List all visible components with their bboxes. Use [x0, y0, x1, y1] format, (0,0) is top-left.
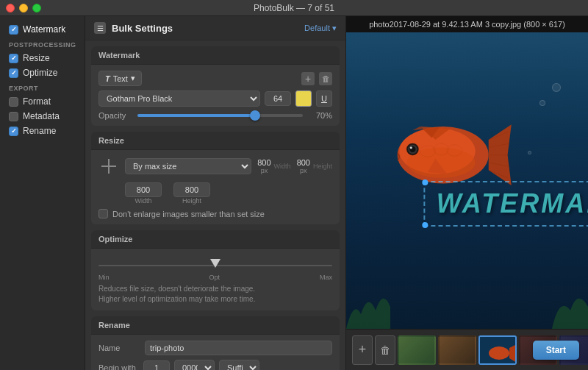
width-input[interactable]	[125, 182, 162, 197]
resize-section-body: By max size 800 px Width 800	[91, 150, 340, 224]
sidebar-item-format[interactable]: Format	[0, 94, 85, 109]
optimize-max-label: Max	[320, 274, 332, 281]
rename-name-row: Name	[98, 341, 332, 355]
watermark-type-button[interactable]: T Text ▾	[98, 71, 142, 86]
sidebar-section-postprocessing: POSTPROCESSING	[0, 37, 85, 51]
watermark-checkbox[interactable]	[9, 25, 18, 35]
start-button[interactable]: Start	[533, 341, 579, 360]
rename-section-body: Name Begin with 0000 Suffix	[91, 335, 340, 370]
watermark-type-row: T Text ▾ + 🗑	[98, 71, 332, 86]
resize-type-select[interactable]: By max size	[125, 158, 251, 174]
resize-height-group: 800 px Height	[297, 158, 332, 174]
watermark-type-label: Text	[113, 74, 128, 83]
width-label-group: 800 px	[257, 158, 270, 174]
bulk-settings-icon: ☰	[94, 22, 106, 34]
height-input-group: Height	[173, 182, 210, 204]
sidebar-item-rename-label: Rename	[23, 126, 56, 136]
resize-cross-icon	[98, 156, 119, 177]
height-label-group: 800 px	[297, 158, 310, 174]
active-thumb-fish	[480, 337, 517, 365]
underline-button[interactable]: U	[316, 90, 332, 107]
traffic-lights	[6, 4, 41, 13]
delete-image-button[interactable]: 🗑	[375, 335, 395, 365]
metadata-checkbox[interactable]	[9, 112, 18, 121]
close-button[interactable]	[6, 4, 15, 13]
sidebar-item-metadata[interactable]: Metadata	[0, 109, 85, 124]
width-unit: px	[261, 167, 268, 174]
height-unit-label: Height	[182, 197, 201, 204]
sidebar-item-format-label: Format	[23, 96, 51, 107]
opacity-slider[interactable]	[137, 114, 303, 117]
image-preview: photo2017-08-29 at 9.42.13 AM 3 copy.jpg…	[346, 16, 588, 370]
opacity-thumb[interactable]	[250, 110, 260, 121]
rename-name-input[interactable]	[145, 341, 332, 355]
format-checkbox[interactable]	[9, 97, 18, 107]
height-label: Height	[313, 163, 332, 170]
resize-checkbox[interactable]	[9, 54, 18, 63]
settings-panel: ☰ Bulk Settings Default ▾ Watermark T Te…	[85, 16, 346, 370]
thumbnail-strip: + 🗑 Start	[346, 329, 588, 370]
wm-handle-bl[interactable]	[422, 222, 428, 228]
sidebar-item-watermark[interactable]: Watermark	[0, 22, 85, 37]
dont-enlarge-checkbox[interactable]	[98, 209, 108, 218]
optimize-description: Reduces file size, doesn't deteriorate t…	[98, 284, 332, 305]
svg-point-10	[410, 146, 412, 149]
thumbnail-1[interactable]	[398, 335, 436, 365]
rename-checkbox[interactable]	[9, 127, 18, 136]
optimize-track[interactable]	[98, 257, 332, 272]
optimize-desc-line2: Higher level of optimization may take mo…	[98, 294, 332, 305]
sidebar-item-rename[interactable]: Rename	[0, 124, 85, 138]
sidebar-item-resize[interactable]: Resize	[0, 51, 85, 65]
watermark-add-button[interactable]: +	[301, 72, 315, 85]
optimize-section: Optimize Min Opt Max Reduces fil	[91, 230, 340, 310]
watermark-section-body: T Text ▾ + 🗑 Gotham Pro Black U	[91, 65, 340, 126]
optimize-desc-line1: Reduces file size, doesn't deteriorate t…	[98, 284, 332, 294]
optimize-min-label: Min	[98, 274, 110, 281]
begin-number-input[interactable]	[143, 360, 170, 370]
begin-suffix-select[interactable]: Suffix	[219, 360, 259, 370]
text-type-icon: T	[105, 74, 110, 83]
chevron-down-icon: ▾	[131, 74, 135, 83]
begin-format-select[interactable]: 0000	[174, 360, 215, 370]
maximize-button[interactable]	[32, 4, 41, 13]
watermark-delete-button[interactable]: 🗑	[319, 72, 332, 85]
content-area: ☰ Bulk Settings Default ▾ Watermark T Te…	[85, 16, 588, 370]
sidebar-item-watermark-label: Watermark	[23, 24, 65, 35]
bubble-2	[528, 151, 531, 154]
optimize-opt-label: Opt	[209, 274, 220, 281]
title-bar: PhotoBulk — 7 of 51	[0, 0, 588, 16]
font-family-select[interactable]: Gotham Pro Black	[98, 90, 260, 107]
optimize-section-body: Min Opt Max Reduces file size, doesn't d…	[91, 249, 340, 310]
optimize-checkbox[interactable]	[9, 68, 18, 78]
watermark-section-title: Watermark	[91, 46, 340, 65]
font-color-swatch[interactable]	[295, 90, 312, 107]
optimize-section-title: Optimize	[91, 230, 340, 249]
thumbnail-2[interactable]	[438, 335, 476, 365]
minimize-button[interactable]	[19, 4, 28, 13]
sidebar-section-export: EXPORT	[0, 80, 85, 94]
opacity-label: Opacity	[98, 111, 132, 120]
settings-header-title: Bulk Settings	[112, 23, 173, 34]
add-image-button[interactable]: +	[352, 335, 373, 365]
font-size-input[interactable]	[265, 91, 291, 106]
optimize-slider-row	[98, 255, 332, 274]
main-layout: Watermark POSTPROCESSING Resize Optimize…	[0, 16, 588, 370]
thumbnail-3[interactable]	[478, 335, 517, 365]
optimize-slider-thumb[interactable]	[210, 259, 220, 268]
opacity-value: 70%	[309, 111, 332, 120]
settings-header: ☰ Bulk Settings Default ▾	[85, 16, 345, 40]
fish-image	[382, 117, 515, 193]
dont-enlarge-label: Don't enlarge images smaller than set si…	[112, 210, 265, 218]
height-unit: px	[300, 167, 307, 174]
resize-section-title: Resize	[91, 132, 340, 150]
sidebar-item-optimize[interactable]: Optimize	[0, 65, 85, 80]
width-label: Width	[274, 163, 291, 170]
optimize-labels: Min Opt Max	[98, 274, 332, 281]
sidebar-item-resize-label: Resize	[23, 53, 50, 63]
resize-width-group: 800 px Width	[257, 158, 290, 174]
bubble-3	[552, 83, 561, 92]
settings-default-dropdown[interactable]: Default ▾	[304, 24, 337, 33]
rename-section-title: Rename	[91, 316, 340, 335]
height-input[interactable]	[173, 182, 210, 197]
begin-with-row: Begin with 0000 Suffix	[98, 360, 332, 370]
